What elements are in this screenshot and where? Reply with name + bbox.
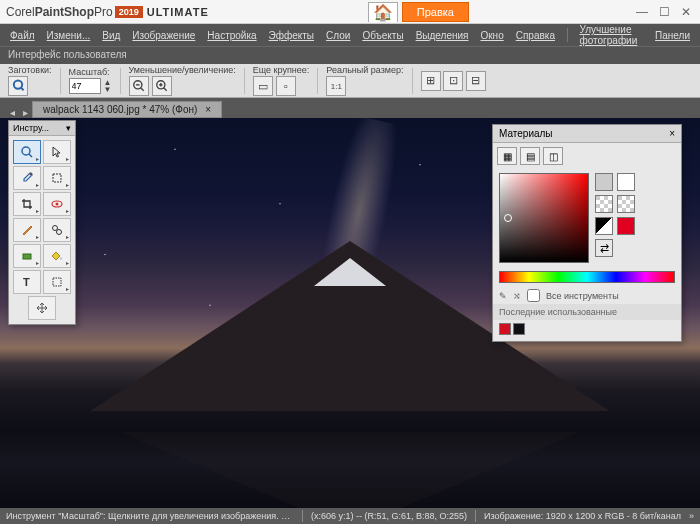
svg-rect-19 bbox=[53, 278, 61, 286]
swatch-bw[interactable] bbox=[595, 217, 613, 235]
maximize-button[interactable]: ☐ bbox=[656, 4, 672, 20]
menu-edit[interactable]: Измени... bbox=[43, 28, 95, 43]
menu-selections[interactable]: Выделения bbox=[412, 28, 473, 43]
status-more[interactable]: » bbox=[689, 511, 694, 521]
actual-size-button[interactable]: 1:1 bbox=[326, 76, 346, 96]
year-badge: 2019 bbox=[115, 6, 143, 18]
swatch-bg[interactable] bbox=[617, 173, 635, 191]
snap-button-2[interactable]: ⊡ bbox=[443, 71, 463, 91]
document-tab[interactable]: walpack 1143 060.jpg * 47% (Фон) × bbox=[32, 101, 222, 118]
menu-file[interactable]: Файл bbox=[6, 28, 39, 43]
materials-close[interactable]: × bbox=[669, 128, 675, 139]
tool-dropper[interactable]: ▸ bbox=[13, 166, 41, 190]
dropper-icon[interactable]: ✎ bbox=[499, 291, 507, 301]
materials-tab-3[interactable]: ◫ bbox=[543, 147, 563, 165]
swap-colors[interactable]: ⇄ bbox=[595, 239, 613, 257]
swatch-fg[interactable] bbox=[595, 173, 613, 191]
tool-text[interactable]: T bbox=[13, 270, 41, 294]
menu-objects[interactable]: Объекты bbox=[358, 28, 407, 43]
swap-icon[interactable]: ⤭ bbox=[513, 291, 521, 301]
edit-tab[interactable]: Правка bbox=[402, 2, 469, 22]
tool-crop[interactable]: ▸ bbox=[13, 192, 41, 216]
tool-redeye[interactable]: ▸ bbox=[43, 192, 71, 216]
hue-strip[interactable] bbox=[499, 271, 675, 283]
actual-label: Реальный размер: bbox=[326, 65, 403, 75]
document-tab-close[interactable]: × bbox=[205, 104, 211, 115]
svg-point-11 bbox=[30, 173, 33, 176]
zoom-in-button[interactable] bbox=[152, 76, 172, 96]
all-tools-label: Все инструменты bbox=[546, 291, 619, 301]
color-picker[interactable] bbox=[499, 173, 589, 263]
snap-button-1[interactable]: ⊞ bbox=[421, 71, 441, 91]
menu-photo-enhance[interactable]: Улучшение фотографии bbox=[576, 22, 648, 48]
tools-panel: Инстру... ▾ ▸ ▸ ▸ ▸ ▸ ▸ ▸ ▸ ▸ ▸ T ▸ bbox=[8, 120, 76, 325]
materials-title: Материалы bbox=[499, 128, 553, 139]
status-coords: (x:606 y:1) -- (R:51, G:61, B:88, O:255) bbox=[311, 511, 467, 521]
tool-brush[interactable]: ▸ bbox=[13, 218, 41, 242]
bigger-group: Еще крупнее: ▭ ▫ bbox=[253, 65, 310, 96]
picker-cursor bbox=[504, 214, 512, 222]
swatch-red[interactable] bbox=[617, 217, 635, 235]
all-tools-checkbox[interactable] bbox=[527, 289, 540, 302]
recent-label: Последние использованные bbox=[493, 304, 681, 320]
zoom-out-button[interactable] bbox=[129, 76, 149, 96]
home-tab[interactable]: 🏠 bbox=[368, 2, 398, 22]
brand-suffix: Pro bbox=[94, 5, 113, 19]
minimize-button[interactable]: — bbox=[634, 4, 650, 20]
tool-shape[interactable]: ▸ bbox=[13, 244, 41, 268]
swatch-pattern-2[interactable] bbox=[617, 195, 635, 213]
zoom-group: Масштаб: ▲▼ bbox=[69, 67, 112, 94]
svg-text:T: T bbox=[23, 276, 30, 288]
presets-group: Заготовки: bbox=[8, 65, 52, 96]
tool-fill[interactable]: ▸ bbox=[43, 244, 71, 268]
tools-panel-header[interactable]: Инстру... ▾ bbox=[9, 121, 75, 136]
svg-line-8 bbox=[163, 88, 166, 91]
tool-pan[interactable] bbox=[28, 296, 56, 320]
svg-point-15 bbox=[53, 226, 58, 231]
close-button[interactable]: ✕ bbox=[678, 4, 694, 20]
status-hint: Инструмент "Масштаб": Щелкните для увели… bbox=[6, 511, 294, 521]
brand-mid: PaintShop bbox=[35, 5, 94, 19]
presets-label: Заготовки: bbox=[8, 65, 52, 75]
presets-dropdown[interactable] bbox=[8, 76, 28, 96]
menu-adjust[interactable]: Настройка bbox=[203, 28, 260, 43]
svg-point-16 bbox=[57, 230, 62, 235]
menu-help[interactable]: Справка bbox=[512, 28, 559, 43]
tool-eraser[interactable]: ▸ bbox=[43, 270, 71, 294]
zoom-label: Масштаб: bbox=[69, 67, 112, 77]
menu-divider bbox=[567, 28, 568, 42]
snap-button-3[interactable]: ⊟ bbox=[466, 71, 486, 91]
materials-tab-2[interactable]: ▤ bbox=[520, 147, 540, 165]
tools-panel-title: Инстру... bbox=[13, 123, 49, 133]
tab-prev[interactable]: ◂ bbox=[6, 107, 19, 118]
menu-layers[interactable]: Слои bbox=[322, 28, 354, 43]
menu-view[interactable]: Вид bbox=[98, 28, 124, 43]
fit-window-button[interactable]: ▭ bbox=[253, 76, 273, 96]
bigger-label: Еще крупнее: bbox=[253, 65, 310, 75]
tool-clone[interactable]: ▸ bbox=[43, 218, 71, 242]
tool-zoom[interactable]: ▸ bbox=[13, 140, 41, 164]
recent-swatch-1[interactable] bbox=[499, 323, 511, 335]
workspace[interactable]: Инстру... ▾ ▸ ▸ ▸ ▸ ▸ ▸ ▸ ▸ ▸ ▸ T ▸ Мате… bbox=[0, 118, 700, 508]
menu-panels[interactable]: Панели bbox=[651, 28, 694, 43]
home-icon: 🏠 bbox=[373, 3, 393, 22]
zoom-input[interactable] bbox=[69, 78, 101, 94]
recent-swatch-2[interactable] bbox=[513, 323, 525, 335]
status-image-info: Изображение: 1920 x 1200 x RGB - 8 бит/к… bbox=[484, 511, 681, 521]
snowcap-graphic bbox=[314, 258, 386, 286]
tools-panel-menu-icon[interactable]: ▾ bbox=[66, 123, 71, 133]
fit-screen-button[interactable]: ▫ bbox=[276, 76, 296, 96]
tool-selection[interactable]: ▸ bbox=[43, 166, 71, 190]
subbar: Интерфейс пользователя bbox=[0, 46, 700, 64]
swatch-pattern-1[interactable] bbox=[595, 195, 613, 213]
zoom-stepper[interactable]: ▲▼ bbox=[104, 79, 112, 93]
tool-pick[interactable]: ▸ bbox=[43, 140, 71, 164]
menu-image[interactable]: Изображение bbox=[128, 28, 199, 43]
materials-header[interactable]: Материалы × bbox=[493, 125, 681, 143]
svg-line-4 bbox=[140, 88, 143, 91]
menu-window[interactable]: Окно bbox=[476, 28, 507, 43]
materials-tab-1[interactable]: ▦ bbox=[497, 147, 517, 165]
materials-panel: Материалы × ▦ ▤ ◫ bbox=[492, 124, 682, 342]
menu-effects[interactable]: Эффекты bbox=[265, 28, 318, 43]
tab-next[interactable]: ▸ bbox=[19, 107, 32, 118]
